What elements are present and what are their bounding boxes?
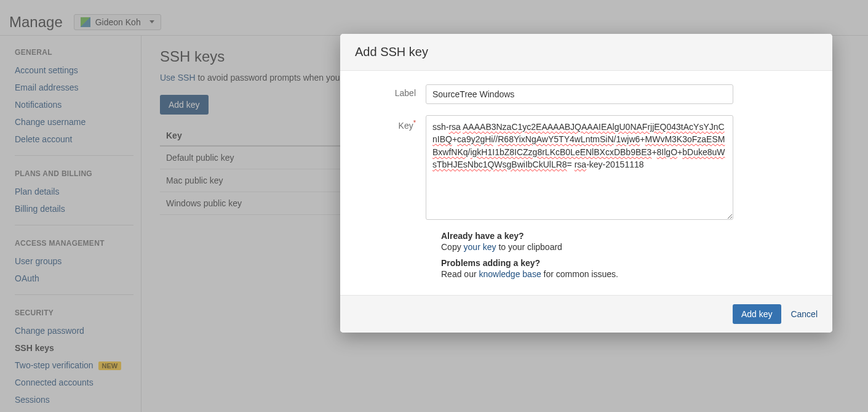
label-input[interactable] (426, 84, 733, 104)
label-field-label: Label (355, 84, 426, 104)
modal-header: Add SSH key (340, 34, 832, 71)
knowledge-base-link[interactable]: knowledge base (479, 269, 541, 279)
add-ssh-key-modal: Add SSH key Label Key* ssh-rsa AAAAB3Nza… (340, 34, 832, 333)
key-field-label: Key* (355, 115, 426, 220)
your-key-link[interactable]: your key (464, 242, 496, 252)
hint-already-text: Copy your key to your clipboard (441, 242, 818, 252)
key-textarea[interactable]: ssh-rsa AAAAB3NzaC1yc2EAAAABJQAAAIEAlgU0… (426, 115, 733, 220)
hint-already-title: Already have a key? (441, 231, 818, 241)
hint-problems-text: Read our knowledge base for common issue… (441, 269, 818, 279)
hint-problems-title: Problems adding a key? (441, 258, 818, 268)
modal-cancel-button[interactable]: Cancel (788, 304, 820, 324)
modal-add-key-button[interactable]: Add key (733, 304, 781, 324)
modal-title: Add SSH key (355, 45, 818, 59)
